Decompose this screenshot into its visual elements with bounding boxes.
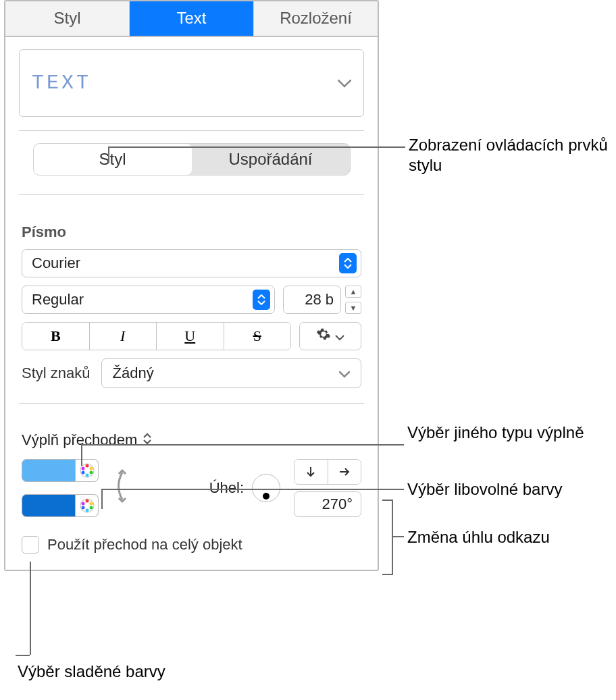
leader-line bbox=[101, 489, 404, 490]
svg-point-13 bbox=[85, 509, 88, 512]
leader-line bbox=[101, 489, 103, 509]
tab-text[interactable]: Text bbox=[130, 1, 254, 36]
svg-point-14 bbox=[81, 506, 84, 510]
font-style-popup[interactable]: Regular bbox=[22, 286, 275, 314]
leader-bracket bbox=[382, 500, 393, 575]
leader-line bbox=[30, 562, 31, 655]
style-arrange-segment: Styl Uspořádání bbox=[33, 143, 351, 176]
callout-any-color: Výběr libovolné barvy bbox=[407, 479, 562, 500]
font-size-stepper[interactable]: ▲ ▼ bbox=[345, 286, 361, 314]
font-size-field[interactable]: 28 b bbox=[283, 286, 341, 314]
svg-point-15 bbox=[81, 502, 84, 506]
arrow-down-icon bbox=[305, 466, 316, 478]
segment-style[interactable]: Styl bbox=[34, 144, 192, 175]
color-picker-button-2[interactable] bbox=[76, 494, 99, 517]
strike-button[interactable]: S bbox=[224, 323, 291, 350]
svg-point-5 bbox=[85, 474, 88, 477]
apply-whole-object-label: Použít přechod na celý objekt bbox=[47, 536, 242, 554]
swap-colors-button[interactable] bbox=[112, 468, 132, 508]
font-style-value: Regular bbox=[32, 291, 84, 308]
advanced-options-button[interactable] bbox=[299, 322, 361, 350]
leader-line bbox=[108, 146, 405, 148]
text-style-buttons: B I U S bbox=[22, 322, 291, 350]
svg-point-11 bbox=[89, 502, 93, 506]
leader-line bbox=[81, 444, 404, 446]
gradient-color-1-swatch[interactable] bbox=[22, 459, 76, 482]
direction-segment bbox=[294, 459, 361, 485]
gear-icon bbox=[316, 327, 331, 346]
popup-arrows-icon bbox=[339, 253, 357, 273]
font-section-label: Písmo bbox=[22, 223, 378, 241]
leader-line bbox=[393, 536, 404, 537]
arrow-right-icon bbox=[338, 466, 351, 477]
inspector-panel: Styl Text Rozložení TEXT Styl Uspořádání… bbox=[4, 0, 379, 571]
char-style-value: Žádný bbox=[113, 365, 154, 382]
fill-type-popup[interactable]: Výplň přechodem bbox=[22, 431, 378, 450]
gradient-color-2-swatch[interactable] bbox=[22, 494, 76, 517]
svg-point-4 bbox=[89, 471, 93, 475]
fill-type-value: Výplň přechodem bbox=[22, 431, 137, 449]
paragraph-style-label: TEXT bbox=[32, 72, 91, 95]
chevron-down-icon bbox=[339, 365, 350, 382]
divider bbox=[19, 194, 364, 195]
tab-layout[interactable]: Rozložení bbox=[254, 1, 378, 36]
divider bbox=[19, 130, 364, 131]
tab-style[interactable]: Styl bbox=[5, 1, 130, 36]
svg-point-6 bbox=[81, 471, 84, 475]
color-wheel-icon bbox=[80, 498, 95, 513]
svg-point-7 bbox=[81, 467, 84, 470]
direction-right-button[interactable] bbox=[328, 460, 361, 484]
color-picker-button-1[interactable] bbox=[76, 459, 99, 482]
gradient-swatches bbox=[22, 459, 99, 517]
font-family-value: Courier bbox=[32, 254, 80, 272]
angle-field[interactable]: 270° bbox=[294, 491, 361, 517]
leader-line bbox=[108, 146, 109, 163]
direction-down-button[interactable] bbox=[294, 460, 328, 484]
svg-point-3 bbox=[89, 467, 93, 470]
step-up-icon[interactable]: ▲ bbox=[345, 286, 361, 298]
segment-arrange[interactable]: Uspořádání bbox=[192, 144, 350, 175]
chevron-down-icon bbox=[338, 74, 351, 92]
underline-button[interactable]: U bbox=[157, 323, 224, 350]
step-down-icon[interactable]: ▼ bbox=[345, 302, 361, 314]
italic-button[interactable]: I bbox=[90, 323, 157, 350]
svg-point-10 bbox=[85, 500, 88, 503]
svg-point-12 bbox=[89, 506, 93, 510]
popup-arrows-icon bbox=[253, 290, 270, 310]
paragraph-style-picker[interactable]: TEXT bbox=[19, 49, 364, 117]
char-style-popup[interactable]: Žádný bbox=[101, 358, 362, 388]
angle-dial[interactable] bbox=[252, 474, 280, 502]
leader-line bbox=[81, 444, 82, 466]
callout-matched-color: Výběr sladěné barvy bbox=[18, 662, 165, 682]
leader-line bbox=[16, 655, 30, 656]
top-tabs: Styl Text Rozložení bbox=[5, 1, 378, 37]
svg-point-2 bbox=[85, 464, 88, 468]
callout-style-controls: Zobrazení ovládacích prvků stylu bbox=[409, 135, 616, 176]
chevron-down-icon bbox=[335, 327, 344, 345]
char-style-label: Styl znaků bbox=[22, 365, 91, 382]
callout-fill-type: Výběr jiného typu výplně bbox=[407, 423, 584, 443]
divider bbox=[19, 403, 364, 404]
bold-button[interactable]: B bbox=[22, 323, 90, 350]
apply-whole-object-checkbox[interactable] bbox=[22, 536, 39, 554]
callout-angle-change: Změna úhlu odkazu bbox=[407, 527, 550, 547]
angle-label: Úhel: bbox=[209, 479, 244, 497]
font-family-popup[interactable]: Courier bbox=[22, 249, 361, 277]
popup-arrows-icon bbox=[143, 431, 152, 450]
